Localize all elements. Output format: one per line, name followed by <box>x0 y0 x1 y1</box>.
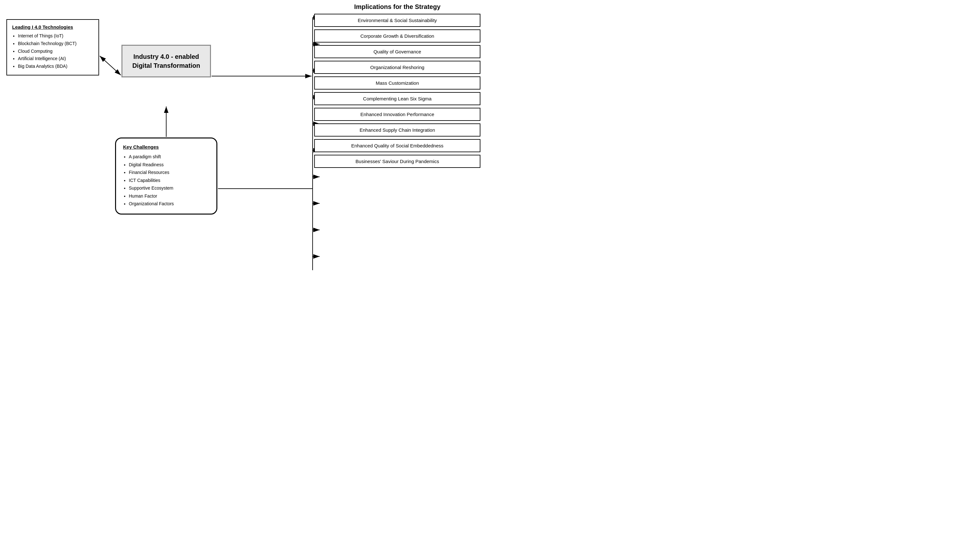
svg-line-2 <box>100 56 121 75</box>
center-industry-box: Industry 4.0 - enabled Digital Transform… <box>122 45 211 77</box>
implication-item: Mass Customization <box>314 77 480 90</box>
diagram-container: Leading I 4.0 Technologies Internet of T… <box>0 0 490 278</box>
implications-title: Implications for the Strategy <box>314 3 480 11</box>
implication-item: Complementing Lean Six Sigma <box>314 92 480 105</box>
challenges-box: Key Challenges A paradigm shiftDigital R… <box>115 137 217 215</box>
implication-item: Corporate Growth & Diversification <box>314 29 480 42</box>
left-box-item: Internet of Things (IoT) <box>18 32 93 40</box>
left-box-item: Artificial Intelligence (AI) <box>18 55 93 63</box>
implication-item: Enhanced Innovation Performance <box>314 108 480 121</box>
challenge-item: Supportive Ecosystem <box>129 184 210 192</box>
implication-item: Enhanced Quality of Social Embeddedness <box>314 139 480 152</box>
challenge-item: Digital Readiness <box>129 161 210 169</box>
left-box-list: Internet of Things (IoT)Blockchain Techn… <box>12 32 93 70</box>
challenges-box-title: Key Challenges <box>123 144 210 150</box>
challenge-item: ICT Capabilities <box>129 176 210 184</box>
left-box-item: Cloud Computing <box>18 48 93 55</box>
implication-item: Businesses' Saviour During Pandemics <box>314 155 480 168</box>
center-box-title: Industry 4.0 - enabled Digital Transform… <box>128 52 205 70</box>
implication-item: Organizational Reshoring <box>314 61 480 74</box>
challenges-list: A paradigm shiftDigital ReadinessFinanci… <box>123 153 210 208</box>
implication-item: Quality of Governance <box>314 45 480 58</box>
implications-list: Environmental & Social SustainabilityCor… <box>314 14 480 168</box>
challenge-item: Financial Resources <box>129 168 210 176</box>
left-box-title: Leading I 4.0 Technologies <box>12 24 93 30</box>
implications-section: Implications for the Strategy Environmen… <box>314 3 480 170</box>
left-box-item: Blockchain Technology (BCT) <box>18 40 93 48</box>
challenge-item: A paradigm shift <box>129 153 210 161</box>
challenge-item: Human Factor <box>129 192 210 200</box>
implication-item: Environmental & Social Sustainability <box>314 14 480 27</box>
left-technologies-box: Leading I 4.0 Technologies Internet of T… <box>7 19 99 75</box>
challenge-item: Organizational Factors <box>129 200 210 208</box>
implication-item: Enhanced Supply Chain Integration <box>314 124 480 137</box>
left-box-item: Big Data Analytics (BDA) <box>18 63 93 70</box>
